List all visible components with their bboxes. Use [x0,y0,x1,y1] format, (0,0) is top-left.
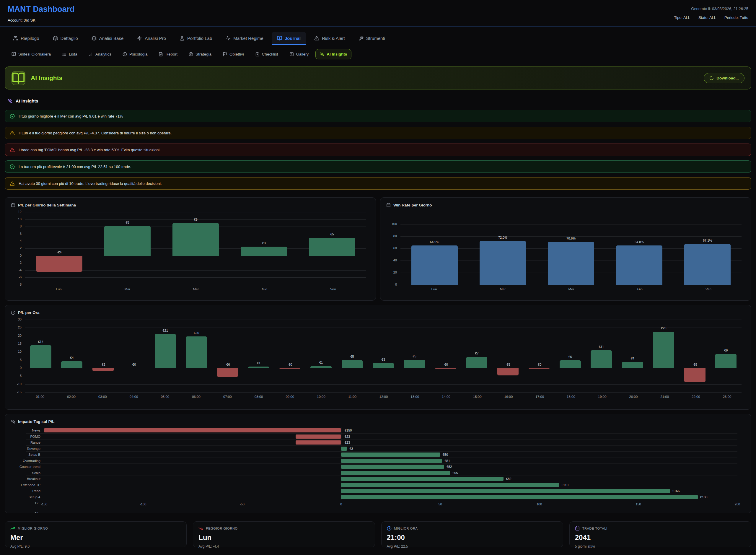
tab-label: Lista [69,52,77,56]
plot-area: 64.9%72.0%70.6%64.8%67.1%100806040200 [387,212,744,285]
sparkles-icon [11,419,15,424]
tab-label: Analytics [95,52,111,56]
tab-journal[interactable]: Journal [272,32,306,45]
tab-label: Psicologia [129,52,148,56]
subtab-report[interactable]: Report [154,49,182,59]
x-axis-label: 19:00 [586,395,618,398]
tag-label: Setup A [11,494,40,500]
bar-value-label: €14 [25,340,56,343]
check-circle-icon [10,114,15,119]
x-axis-label: 150 [635,503,641,506]
x-axis-label: 100 [537,503,542,506]
subtab-analytics[interactable]: Analytics [84,49,116,59]
insights-section-title: AI Insights [8,98,748,103]
x-axis-label: Gio [230,287,299,291]
tab-label: Gallery [296,52,309,56]
subtab-obiettivi[interactable]: Obiettivi [218,49,248,59]
subtab-checklist[interactable]: Checklist [251,49,282,59]
layers-icon [92,36,97,41]
subtab-strategia[interactable]: Strategia [184,49,216,59]
bar-mer [548,242,594,285]
bar-value-label: €5 [399,354,430,358]
bar-value-label: €4 [617,356,648,360]
y-axis-label: -15 [11,390,21,394]
bar-value-label: -€2 [87,363,119,366]
tab-label: Analisi Pro [145,36,166,41]
banner-left: AI Insights [11,71,62,85]
list-icon [62,52,66,56]
tag-bar-scalp [341,471,450,475]
bar-value-label: €21 [150,329,181,332]
tag-label: Setup B [11,452,40,458]
tab-label: Obiettivi [229,52,244,56]
subtab-gallery[interactable]: Gallery [285,49,313,59]
chart-pl-per-giorno-card: P/L per Giorno della Settimana -€4€8€9€3… [5,197,376,301]
tag-value-label: -€150 [344,428,352,432]
bar-value-label: €8 [93,221,162,224]
tab-label: Journal [285,36,301,41]
tab-analisi-pro[interactable]: Analisi Pro [132,32,171,45]
stat-card-miglior-ora: MIGLIOR ORA21:00Avg P/L: 22.5 [381,521,563,547]
y-axis-label: -2 [11,261,21,264]
subtab-psicologia[interactable]: Psicologia [118,49,152,59]
bars-area: -€150-€23-€23€3€50€51€52€55€82€110€166€1… [44,427,738,500]
tab-risk-alert[interactable]: Risk & Alert [309,32,350,45]
alert-triangle-icon [314,36,319,41]
tag-label: Scalp [11,470,40,476]
stat-value: Lun [198,533,369,542]
insight-text: La tua ora più profittevole è 21:00 con … [18,165,131,169]
y-axis-label: -6 [11,275,21,279]
tab-market-regime[interactable]: Market Regime [220,32,269,45]
x-axis: -150-100-50050100150200 [44,502,738,508]
filter-stato-all: Stato: ALL [699,15,716,20]
subtab-lista[interactable]: Lista [57,49,82,59]
chart-win-rate-card: Win Rate per Giorno 64.9%72.0%70.6%64.8%… [380,197,751,301]
subtab-ai-insights[interactable]: AI Insights [315,49,351,59]
flask-icon [180,36,185,41]
tab-analisi-base[interactable]: Analisi Base [86,32,129,45]
download-button[interactable]: Download... [704,73,745,83]
bar-14-00 [435,368,456,369]
x-axis-label: 14:00 [431,395,462,398]
x-axis-label: 10:00 [306,395,337,398]
subtab-sintesi-giornaliera[interactable]: Sintesi Giornaliera [7,49,55,59]
y-axis-label: 100 [387,222,397,226]
stat-head: PEGGIOR GIORNO [198,526,369,531]
y-axis-label: 0 [11,254,21,257]
plot-area: -€4€8€9€3€5121086420-2-4-6-8 [11,212,368,285]
sparkles-icon [320,52,324,56]
bar-value-label: -€0 [430,363,461,366]
row-gridline [26,445,738,446]
row-gridline [26,494,738,494]
x-axis-label: 02:00 [56,395,87,398]
tag-value-label: €52 [446,465,452,469]
x-axis-label: 15:00 [461,395,493,398]
tab-strumenti[interactable]: Strumenti [353,32,390,45]
y-axis-label: 12 [11,210,21,214]
trend-down-icon [198,526,203,531]
ai-insights-banner: AI Insights Download... [5,67,751,89]
bar-11-00 [342,360,363,368]
x-axis-label: 06:00 [181,395,212,398]
bar-value-label: 64.8% [605,240,673,244]
stat-card-peggior-giorno: PEGGIOR GIORNOLunAvg P/L: -4.4 [193,521,375,547]
bar-value-label: 67.1% [673,239,742,242]
insight-text: Il Lun è il tuo giorno peggiore con avg … [18,131,172,135]
alert-triangle-icon [10,181,15,186]
stat-card-trade-totali: TRADE TOTALI20415 giorni attivi [569,521,751,547]
flag-icon [223,52,227,56]
tag-label: News [11,427,40,434]
tab-riepilogo[interactable]: Riepilogo [8,32,45,45]
tab-portfolio-lab[interactable]: Portfolio Lab [174,32,217,45]
tab-label: Strategia [195,52,212,56]
alert-triangle-icon [10,147,15,153]
x-axis-label: 0 [340,503,342,506]
row-gridline [26,470,738,470]
tag-value-label: €180 [700,495,707,499]
chart-title-text: P/L per Ora [18,310,40,315]
row-gridline [26,482,738,482]
bar-19-00 [591,350,612,368]
chart-title-text: Win Rate per Giorno [393,203,432,207]
tab-dettaglio[interactable]: Dettaglio [48,32,83,45]
gridline [400,224,742,224]
